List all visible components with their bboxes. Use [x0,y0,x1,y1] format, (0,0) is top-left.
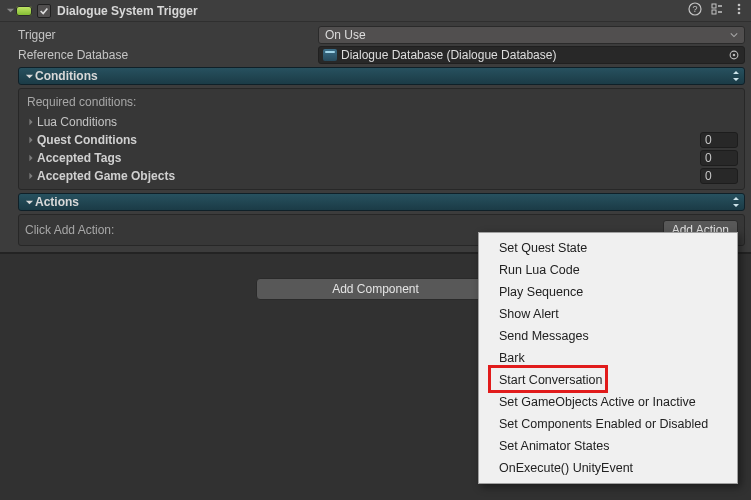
condition-name: Lua Conditions [37,115,738,129]
trigger-value: On Use [325,28,366,42]
condition-row[interactable]: Accepted Tags0 [25,149,738,167]
trigger-dropdown[interactable]: On Use [318,26,745,44]
trigger-label: Trigger [18,28,318,42]
conditions-title: Conditions [35,69,98,83]
context-menu-item[interactable]: Send Messages [479,325,737,347]
condition-row[interactable]: Accepted Game Objects0 [25,167,738,185]
script-icon [16,6,32,16]
svg-point-6 [738,12,741,15]
conditions-box: Required conditions: Lua ConditionsQuest… [18,88,745,190]
chevron-right-icon [25,172,37,180]
chevron-right-icon [25,136,37,144]
condition-name: Quest Conditions [37,133,700,147]
reference-database-field[interactable]: Dialogue Database (Dialogue Database) [318,46,745,64]
condition-count[interactable]: 0 [700,168,738,184]
required-conditions-label: Required conditions: [25,93,738,113]
condition-count[interactable]: 0 [700,150,738,166]
svg-point-4 [738,4,741,7]
condition-name: Accepted Game Objects [37,169,700,183]
context-menu-item[interactable]: OnExecute() UnityEvent [479,457,737,479]
chevron-down-icon [730,28,738,42]
condition-row[interactable]: Lua Conditions [25,113,738,131]
svg-text:?: ? [692,4,697,14]
conditions-section-header[interactable]: Conditions [18,67,745,85]
context-menu-item[interactable]: Bark [479,347,737,369]
svg-point-8 [733,54,736,57]
component-header[interactable]: Dialogue System Trigger ? [0,0,751,22]
updown-icon[interactable] [732,196,740,208]
svg-point-5 [738,8,741,11]
context-menu-item[interactable]: Start Conversation [479,369,737,391]
foldout-arrow-icon[interactable] [4,6,16,15]
chevron-right-icon [25,154,37,162]
component-enabled-checkbox[interactable] [37,4,51,18]
reference-database-row: Reference Database Dialogue Database (Di… [0,46,751,64]
updown-icon[interactable] [732,70,740,82]
add-component-button[interactable]: Add Component [256,278,496,300]
context-menu-item[interactable]: Set GameObjects Active or Inactive [479,391,737,413]
component-title: Dialogue System Trigger [57,4,687,18]
condition-row[interactable]: Quest Conditions0 [25,131,738,149]
object-picker-icon[interactable] [727,48,741,62]
condition-count[interactable]: 0 [700,132,738,148]
context-menu-item[interactable]: Play Sequence [479,281,737,303]
context-menu-item[interactable]: Run Lua Code [479,259,737,281]
dialogue-system-trigger-component: Dialogue System Trigger ? Trigger On Use [0,0,751,253]
kebab-menu-icon[interactable] [731,2,747,19]
add-action-context-menu: Set Quest StateRun Lua CodePlay Sequence… [478,232,738,484]
condition-name: Accepted Tags [37,151,700,165]
context-menu-item[interactable]: Show Alert [479,303,737,325]
actions-title: Actions [35,195,79,209]
reference-database-label: Reference Database [18,48,318,62]
context-menu-item[interactable]: Set Quest State [479,237,737,259]
foldout-arrow-icon [23,198,35,207]
context-menu-item[interactable]: Set Animator States [479,435,737,457]
foldout-arrow-icon [23,72,35,81]
help-icon[interactable]: ? [687,2,703,19]
preset-icon[interactable] [709,2,725,19]
svg-rect-3 [712,10,716,14]
reference-database-value: Dialogue Database (Dialogue Database) [341,48,556,62]
add-action-hint: Click Add Action: [25,223,114,237]
trigger-row: Trigger On Use [0,26,751,44]
svg-rect-2 [712,4,716,8]
database-icon [323,49,337,61]
context-menu-item[interactable]: Set Components Enabled or Disabled [479,413,737,435]
actions-section-header[interactable]: Actions [18,193,745,211]
chevron-right-icon [25,118,37,126]
